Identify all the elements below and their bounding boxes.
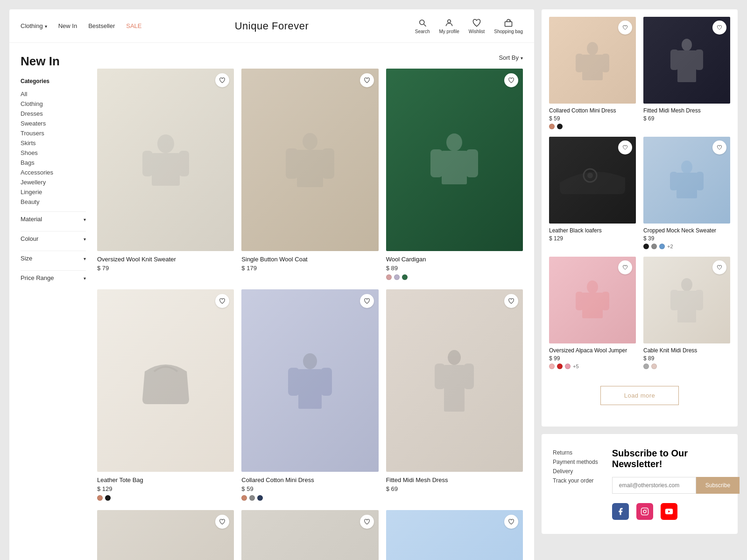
color-swatch[interactable] <box>249 495 255 501</box>
svg-text:3: 3 <box>510 19 511 21</box>
color-swatch[interactable] <box>557 364 563 369</box>
color-swatch[interactable] <box>643 364 649 369</box>
svg-point-9 <box>303 133 317 150</box>
subscribe-button[interactable]: Subscribe <box>696 477 740 494</box>
right-product-card[interactable]: Collared Cotton Mini Dress $ 59 <box>549 17 636 129</box>
facebook-icon[interactable] <box>612 503 629 520</box>
color-swatch[interactable] <box>257 495 263 501</box>
filter-material[interactable]: Material <box>21 211 86 226</box>
right-product-card[interactable]: Cable Knit Midi Dress $ 89 <box>643 257 730 369</box>
color-swatch[interactable] <box>402 274 408 280</box>
newsletter-title: Subscribe to Our Newsletter! <box>612 448 740 469</box>
sidebar-link-beauty[interactable]: Beauty <box>21 197 86 207</box>
sidebar-link-jewellery[interactable]: Jewellery <box>21 177 86 187</box>
filter-price-range[interactable]: Price Range <box>21 270 86 285</box>
product-card[interactable]: Single Button Wool Coat $ 179 <box>241 69 378 282</box>
color-swatch[interactable] <box>549 124 555 129</box>
color-swatch[interactable] <box>659 244 665 249</box>
right-product-card[interactable]: Leather Black loafers $ 129 <box>549 137 636 249</box>
product-card[interactable]: Oversized Wool Knit Sweater $ 79 <box>97 69 234 282</box>
product-image <box>97 69 234 251</box>
sidebar-link-skirts[interactable]: Skirts <box>21 138 86 148</box>
sidebar-link-clothing[interactable]: Clothing <box>21 99 86 109</box>
nav-newin[interactable]: New In <box>58 22 77 29</box>
right-product-card[interactable]: Cropped Mock Neck Sweater $ 39 +2 <box>643 137 730 249</box>
sidebar-link-bags[interactable]: Bags <box>21 158 86 168</box>
product-card[interactable]: Wool Cardigan $ 89 <box>386 69 523 282</box>
color-swatch[interactable] <box>651 364 657 369</box>
sidebar-link-shoes[interactable]: Shoes <box>21 148 86 158</box>
footer-link-returns[interactable]: Returns <box>553 448 598 457</box>
product-card[interactable]: Leather Tote Bag $ 129 <box>97 289 234 503</box>
color-swatch[interactable] <box>97 495 103 501</box>
color-swatch[interactable] <box>565 364 571 369</box>
svg-point-41 <box>681 161 692 174</box>
color-swatch[interactable] <box>643 244 649 249</box>
page-wrapper: Clothing New In Bestseller SALE Unique F… <box>9 9 738 560</box>
footer-link-payment[interactable]: Payment methods <box>553 457 598 467</box>
sidebar-link-trousers[interactable]: Trousers <box>21 128 86 138</box>
color-swatches: +2 <box>643 244 730 249</box>
product-price: $ 59 <box>549 115 636 122</box>
svg-point-31 <box>587 42 598 55</box>
instagram-icon[interactable] <box>636 503 653 520</box>
product-name: Oversized Alpaca Wool Jumper <box>549 347 636 354</box>
right-product-image <box>549 257 636 343</box>
product-card[interactable] <box>241 510 378 560</box>
filter-size-label: Size <box>21 255 32 262</box>
right-product-image <box>643 257 730 343</box>
youtube-icon[interactable] <box>661 503 677 520</box>
load-more-area: Load more <box>549 377 730 419</box>
load-more-button[interactable]: Load more <box>600 386 679 405</box>
search-nav-item[interactable]: Search <box>415 18 430 34</box>
sidebar-link-dresses[interactable]: Dresses <box>21 109 86 119</box>
footer-link-delivery[interactable]: Delivery <box>553 467 598 476</box>
right-product-image <box>643 17 730 104</box>
right-product-info: Fitted Midi Mesh Dress $ 69 <box>643 104 730 122</box>
color-swatch[interactable] <box>549 364 555 369</box>
product-card[interactable] <box>386 510 523 560</box>
filter-material-label: Material <box>21 216 42 223</box>
product-name: Oversized Wool Knit Sweater <box>97 256 234 263</box>
color-swatch[interactable] <box>386 274 392 280</box>
svg-line-1 <box>424 24 426 26</box>
product-card[interactable]: Fitted Midi Mesh Dress $ 69 <box>386 289 523 503</box>
right-product-card[interactable]: Fitted Midi Mesh Dress $ 69 <box>643 17 730 129</box>
product-card[interactable] <box>97 510 234 560</box>
right-product-card[interactable]: Oversized Alpaca Wool Jumper $ 99 +5 <box>549 257 636 369</box>
sidebar-link-accessories[interactable]: Accessories <box>21 168 86 177</box>
product-section: Sort By <box>97 54 523 560</box>
product-info: Single Button Wool Coat $ 179 <box>241 251 378 276</box>
nav-bar: Clothing New In Bestseller SALE Unique F… <box>9 9 534 43</box>
sidebar-link-all[interactable]: All <box>21 89 86 99</box>
color-swatch[interactable] <box>241 495 247 501</box>
color-swatch[interactable] <box>557 124 563 129</box>
product-price: $ 129 <box>97 485 234 492</box>
svg-point-0 <box>419 20 424 24</box>
sidebar-link-sweaters[interactable]: Sweaters <box>21 119 86 128</box>
profile-nav-item[interactable]: My profile <box>439 18 459 34</box>
footer-link-track[interactable]: Track your order <box>553 476 598 485</box>
wishlist-icon <box>472 18 481 28</box>
sidebar-link-lingerie[interactable]: Lingerie <box>21 187 86 197</box>
nav-sale[interactable]: SALE <box>126 22 141 29</box>
bag-nav-item[interactable]: 3 Shopping bag <box>494 18 523 34</box>
product-card[interactable]: Collared Cotton Mini Dress $ 59 <box>241 289 378 503</box>
color-swatch[interactable] <box>394 274 400 280</box>
svg-rect-44 <box>696 172 704 190</box>
sort-button[interactable]: Sort By <box>499 54 523 61</box>
product-info: Fitted Midi Mesh Dress $ 69 <box>386 472 523 497</box>
nav-bestseller[interactable]: Bestseller <box>88 22 115 29</box>
nav-clothing[interactable]: Clothing <box>21 22 47 29</box>
svg-rect-37 <box>670 49 678 70</box>
nav-left: Clothing New In Bestseller SALE <box>21 22 272 29</box>
email-input[interactable] <box>612 477 696 494</box>
wishlist-nav-item[interactable]: Wishlist <box>469 18 485 34</box>
filter-size[interactable]: Size <box>21 251 86 266</box>
product-image <box>241 289 378 472</box>
color-swatch[interactable] <box>105 495 111 501</box>
svg-rect-8 <box>179 151 189 176</box>
color-swatch[interactable] <box>651 244 657 249</box>
sidebar: New In Categories All Clothing Dresses S… <box>21 54 86 560</box>
filter-colour[interactable]: Colour <box>21 231 86 246</box>
